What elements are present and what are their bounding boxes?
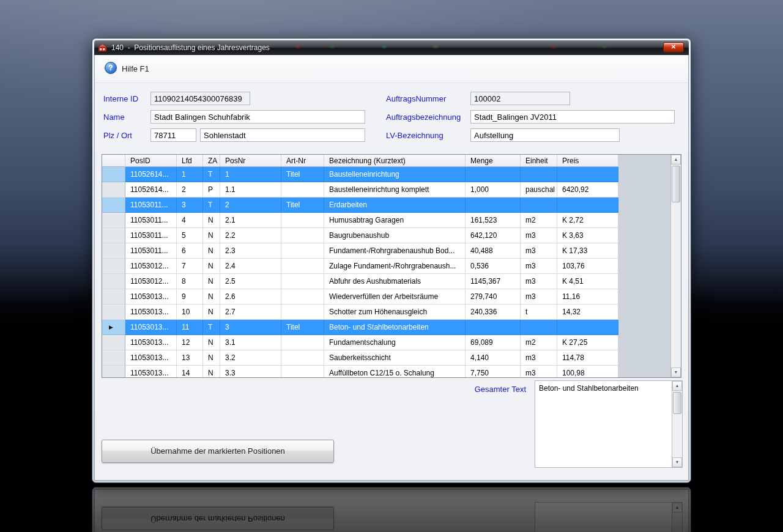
- cell-preis[interactable]: K 27,25: [557, 335, 618, 350]
- cell-posnr[interactable]: 1.1: [220, 182, 281, 198]
- scroll-down-icon[interactable]: ▼: [671, 368, 681, 377]
- cell-menge[interactable]: [466, 320, 521, 335]
- cell-einheit[interactable]: [521, 167, 557, 182]
- table-row[interactable]: 11053013...13N3.2Sauberkeitsschicht4,140…: [102, 350, 618, 366]
- cell-lfd[interactable]: 2: [177, 182, 203, 198]
- cell-lfd[interactable]: 14: [177, 366, 203, 377]
- cell-bez[interactable]: Baustelleneinrichtung komplett: [324, 182, 466, 198]
- cell-za[interactable]: N: [203, 350, 220, 366]
- cell-artnr[interactable]: [281, 350, 324, 366]
- cell-posid[interactable]: 11053011...: [125, 198, 177, 213]
- table-row[interactable]: 11053013...14N3.3Auffüllbeton C12/15 o. …: [102, 366, 618, 377]
- cell-posid[interactable]: 11053012...: [125, 259, 177, 274]
- table-row[interactable]: 11053011...4N2.1Humusabtrag Garagen161,5…: [102, 213, 618, 228]
- row-selector[interactable]: [102, 198, 125, 213]
- cell-lfd[interactable]: 3: [177, 198, 203, 213]
- cell-za[interactable]: N: [203, 335, 220, 350]
- name-field[interactable]: [150, 110, 365, 124]
- grid-vertical-scrollbar[interactable]: ▲ ▼: [670, 155, 681, 377]
- cell-lfd[interactable]: 6: [177, 243, 203, 259]
- cell-posnr[interactable]: 3.2: [220, 350, 281, 366]
- cell-preis[interactable]: 6420,92: [557, 182, 618, 198]
- cell-menge[interactable]: [466, 167, 521, 182]
- cell-artnr[interactable]: [281, 305, 324, 320]
- table-row[interactable]: 11053012...7N2.4Zulage Fundament-/Rohrgr…: [102, 259, 618, 274]
- cell-za[interactable]: P: [203, 182, 220, 198]
- cell-bez[interactable]: Baustelleneinrichtung: [324, 167, 466, 182]
- cell-za[interactable]: T: [203, 167, 220, 182]
- cell-posid[interactable]: 11053012...: [125, 274, 177, 289]
- cell-menge[interactable]: 4,140: [466, 350, 521, 366]
- cell-posnr[interactable]: 1: [220, 167, 281, 182]
- cell-menge[interactable]: 1,000: [466, 182, 521, 198]
- cell-artnr[interactable]: [281, 228, 324, 243]
- row-selector[interactable]: [102, 350, 125, 366]
- cell-preis[interactable]: K 3,63: [557, 228, 618, 243]
- cell-bez[interactable]: Fundamentschalung: [324, 335, 466, 350]
- cell-posnr[interactable]: 3: [220, 320, 281, 335]
- cell-lfd[interactable]: 7: [177, 259, 203, 274]
- cell-posid[interactable]: 11053011...: [125, 243, 177, 259]
- cell-einheit[interactable]: m2: [521, 335, 557, 350]
- cell-posnr[interactable]: 2.6: [220, 289, 281, 305]
- cell-menge[interactable]: 1145,367: [466, 274, 521, 289]
- row-selector[interactable]: [102, 243, 125, 259]
- cell-bez[interactable]: Erdarbeiten: [324, 198, 466, 213]
- cell-menge[interactable]: 642,120: [466, 228, 521, 243]
- cell-bez[interactable]: Auffüllbeton C12/15 o. Schalung: [324, 366, 466, 377]
- close-button[interactable]: ✕: [663, 42, 684, 53]
- cell-einheit[interactable]: m3: [521, 259, 557, 274]
- cell-preis[interactable]: 11,16: [557, 289, 618, 305]
- cell-bez[interactable]: Baugrubenaushub: [324, 228, 466, 243]
- cell-preis[interactable]: [557, 198, 618, 213]
- cell-artnr[interactable]: [281, 335, 324, 350]
- column-header[interactable]: PosID: [125, 155, 177, 167]
- cell-preis[interactable]: K 2,72: [557, 213, 618, 228]
- cell-bez[interactable]: Sauberkeitsschicht: [324, 350, 466, 366]
- auftragsbezeichnung-field[interactable]: [470, 110, 675, 124]
- table-row[interactable]: 11053012...8N2.5Abfuhr des Aushubmateria…: [102, 274, 618, 289]
- cell-bez[interactable]: Abfuhr des Aushubmaterials: [324, 274, 466, 289]
- row-selector[interactable]: [102, 366, 125, 377]
- row-selector[interactable]: [102, 182, 125, 198]
- cell-posnr[interactable]: 2.7: [220, 305, 281, 320]
- cell-posnr[interactable]: 3.3: [220, 366, 281, 377]
- row-selector[interactable]: [102, 335, 125, 350]
- help-f1-label[interactable]: Hilfe F1: [122, 64, 149, 73]
- cell-artnr[interactable]: [281, 182, 324, 198]
- plz-field[interactable]: [150, 128, 196, 142]
- cell-lfd[interactable]: 9: [177, 289, 203, 305]
- cell-posnr[interactable]: 2.3: [220, 243, 281, 259]
- cell-posid[interactable]: 11053011...: [125, 213, 177, 228]
- cell-posid[interactable]: 11053011...: [125, 228, 177, 243]
- cell-za[interactable]: N: [203, 366, 220, 377]
- row-selector[interactable]: [102, 274, 125, 289]
- cell-lfd[interactable]: 10: [177, 305, 203, 320]
- cell-artnr[interactable]: [281, 289, 324, 305]
- uebernahme-button[interactable]: Übernahme der markierten Positionen: [102, 440, 334, 463]
- cell-bez[interactable]: Humusabtrag Garagen: [324, 213, 466, 228]
- cell-preis[interactable]: 114,78: [557, 350, 618, 366]
- table-row[interactable]: 11053011...3T2TitelErdarbeiten: [102, 198, 618, 213]
- cell-za[interactable]: T: [203, 320, 220, 335]
- cell-preis[interactable]: [557, 320, 618, 335]
- cell-posid[interactable]: 11053013...: [125, 350, 177, 366]
- cell-einheit[interactable]: m3: [521, 350, 557, 366]
- cell-posid[interactable]: 11053013...: [125, 320, 177, 335]
- cell-einheit[interactable]: m3: [521, 228, 557, 243]
- cell-posid[interactable]: 11052614...: [125, 182, 177, 198]
- table-row[interactable]: 11053013...9N2.6Wiederverfüllen der Arbe…: [102, 289, 618, 305]
- table-row[interactable]: 11052614...1T1TitelBaustelleneinrichtung: [102, 167, 618, 182]
- cell-posid[interactable]: 11053013...: [125, 366, 177, 377]
- ort-field[interactable]: [200, 128, 365, 142]
- cell-preis[interactable]: 103,76: [557, 259, 618, 274]
- scroll-up-icon[interactable]: ▲: [672, 381, 682, 391]
- cell-menge[interactable]: 69,089: [466, 335, 521, 350]
- cell-menge[interactable]: 0,536: [466, 259, 521, 274]
- cell-za[interactable]: N: [203, 274, 220, 289]
- cell-artnr[interactable]: Titel: [281, 320, 324, 335]
- table-row[interactable]: 11052614...2P1.1Baustelleneinrichtung ko…: [102, 182, 618, 198]
- cell-menge[interactable]: 40,488: [466, 243, 521, 259]
- cell-lfd[interactable]: 12: [177, 335, 203, 350]
- grid-scrollbar-thumb[interactable]: [672, 166, 680, 202]
